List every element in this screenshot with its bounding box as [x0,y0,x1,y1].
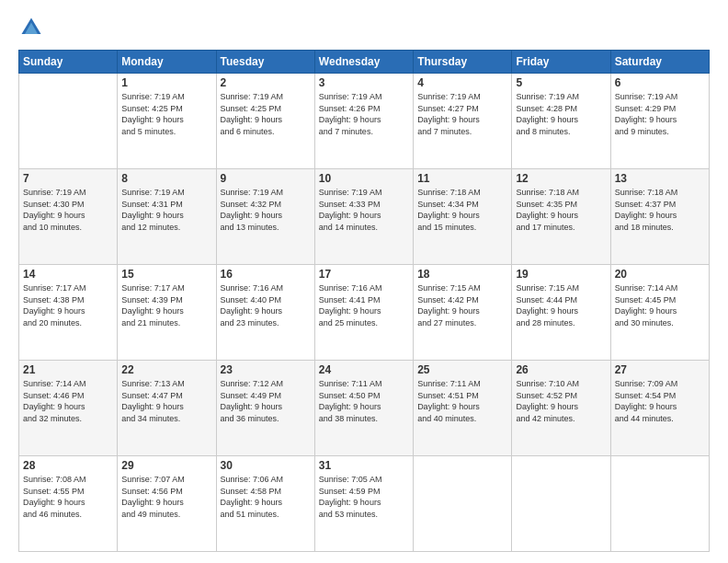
day-number: 28 [23,459,113,472]
week-row-5: 28Sunrise: 7:08 AM Sunset: 4:55 PM Dayli… [19,456,710,552]
col-saturday: Saturday [610,51,709,74]
calendar-cell: 23Sunrise: 7:12 AM Sunset: 4:49 PM Dayli… [216,361,314,456]
week-row-1: 1Sunrise: 7:19 AM Sunset: 4:25 PM Daylig… [19,74,710,169]
calendar-cell: 21Sunrise: 7:14 AM Sunset: 4:46 PM Dayli… [19,361,118,456]
header-row: Sunday Monday Tuesday Wednesday Thursday… [19,51,710,74]
day-number: 4 [417,76,507,89]
day-info: Sunrise: 7:19 AM Sunset: 4:31 PM Dayligh… [121,187,211,233]
day-number: 9 [221,172,311,185]
calendar-cell: 31Sunrise: 7:05 AM Sunset: 4:59 PM Dayli… [314,456,413,552]
day-number: 5 [516,76,606,89]
day-info: Sunrise: 7:08 AM Sunset: 4:55 PM Dayligh… [23,474,113,520]
page: Sunday Monday Tuesday Wednesday Thursday… [0,0,728,563]
day-number: 15 [121,268,211,281]
day-info: Sunrise: 7:16 AM Sunset: 4:41 PM Dayligh… [319,282,409,328]
day-info: Sunrise: 7:15 AM Sunset: 4:44 PM Dayligh… [516,282,606,328]
col-tuesday: Tuesday [216,51,314,74]
calendar-cell: 3Sunrise: 7:19 AM Sunset: 4:26 PM Daylig… [314,74,413,169]
day-number: 8 [121,172,211,185]
calendar-cell: 11Sunrise: 7:18 AM Sunset: 4:34 PM Dayli… [414,169,512,265]
day-info: Sunrise: 7:17 AM Sunset: 4:38 PM Dayligh… [23,282,113,328]
calendar-cell: 5Sunrise: 7:19 AM Sunset: 4:28 PM Daylig… [512,74,610,169]
calendar-cell: 6Sunrise: 7:19 AM Sunset: 4:29 PM Daylig… [610,74,709,169]
col-monday: Monday [118,51,216,74]
calendar-cell: 13Sunrise: 7:18 AM Sunset: 4:37 PM Dayli… [610,169,709,265]
logo-icon [18,15,44,40]
day-info: Sunrise: 7:19 AM Sunset: 4:30 PM Dayligh… [23,187,113,233]
day-info: Sunrise: 7:16 AM Sunset: 4:40 PM Dayligh… [221,282,311,328]
calendar-cell: 18Sunrise: 7:15 AM Sunset: 4:42 PM Dayli… [414,265,512,361]
day-number: 1 [121,76,211,89]
day-info: Sunrise: 7:19 AM Sunset: 4:28 PM Dayligh… [516,91,606,137]
calendar-cell: 7Sunrise: 7:19 AM Sunset: 4:30 PM Daylig… [19,169,118,265]
day-info: Sunrise: 7:19 AM Sunset: 4:25 PM Dayligh… [121,91,211,137]
day-info: Sunrise: 7:14 AM Sunset: 4:46 PM Dayligh… [23,378,113,424]
day-number: 23 [221,363,311,376]
day-number: 13 [615,172,705,185]
week-row-4: 21Sunrise: 7:14 AM Sunset: 4:46 PM Dayli… [19,361,710,456]
day-info: Sunrise: 7:18 AM Sunset: 4:34 PM Dayligh… [417,187,507,233]
week-row-2: 7Sunrise: 7:19 AM Sunset: 4:30 PM Daylig… [19,169,710,265]
day-number: 12 [516,172,606,185]
calendar-cell [414,456,512,552]
day-info: Sunrise: 7:09 AM Sunset: 4:54 PM Dayligh… [615,378,705,424]
calendar-cell: 12Sunrise: 7:18 AM Sunset: 4:35 PM Dayli… [512,169,610,265]
col-sunday: Sunday [19,51,118,74]
calendar-cell: 20Sunrise: 7:14 AM Sunset: 4:45 PM Dayli… [610,265,709,361]
day-number: 22 [121,363,211,376]
calendar-cell: 24Sunrise: 7:11 AM Sunset: 4:50 PM Dayli… [314,361,413,456]
col-wednesday: Wednesday [314,51,413,74]
day-info: Sunrise: 7:11 AM Sunset: 4:51 PM Dayligh… [417,378,507,424]
day-info: Sunrise: 7:19 AM Sunset: 4:27 PM Dayligh… [417,91,507,137]
calendar-cell: 4Sunrise: 7:19 AM Sunset: 4:27 PM Daylig… [414,74,512,169]
calendar-cell [512,456,610,552]
day-info: Sunrise: 7:06 AM Sunset: 4:58 PM Dayligh… [221,474,311,520]
calendar-cell: 29Sunrise: 7:07 AM Sunset: 4:56 PM Dayli… [118,456,216,552]
day-number: 18 [417,268,507,281]
day-info: Sunrise: 7:18 AM Sunset: 4:35 PM Dayligh… [516,187,606,233]
day-number: 7 [23,172,113,185]
day-number: 16 [221,268,311,281]
calendar-cell: 22Sunrise: 7:13 AM Sunset: 4:47 PM Dayli… [118,361,216,456]
day-info: Sunrise: 7:19 AM Sunset: 4:32 PM Dayligh… [221,187,311,233]
col-friday: Friday [512,51,610,74]
day-number: 29 [121,459,211,472]
day-number: 30 [221,459,311,472]
logo [18,15,48,40]
day-number: 14 [23,268,113,281]
day-number: 11 [417,172,507,185]
day-info: Sunrise: 7:17 AM Sunset: 4:39 PM Dayligh… [121,282,211,328]
calendar-cell: 15Sunrise: 7:17 AM Sunset: 4:39 PM Dayli… [118,265,216,361]
day-info: Sunrise: 7:07 AM Sunset: 4:56 PM Dayligh… [121,474,211,520]
day-info: Sunrise: 7:05 AM Sunset: 4:59 PM Dayligh… [319,474,409,520]
calendar-cell: 2Sunrise: 7:19 AM Sunset: 4:25 PM Daylig… [216,74,314,169]
day-info: Sunrise: 7:12 AM Sunset: 4:49 PM Dayligh… [221,378,311,424]
day-number: 2 [221,76,311,89]
day-number: 6 [615,76,705,89]
day-number: 19 [516,268,606,281]
header [18,15,710,40]
day-number: 27 [615,363,705,376]
day-info: Sunrise: 7:13 AM Sunset: 4:47 PM Dayligh… [121,378,211,424]
week-row-3: 14Sunrise: 7:17 AM Sunset: 4:38 PM Dayli… [19,265,710,361]
calendar-cell: 27Sunrise: 7:09 AM Sunset: 4:54 PM Dayli… [610,361,709,456]
calendar-cell [610,456,709,552]
day-info: Sunrise: 7:19 AM Sunset: 4:29 PM Dayligh… [615,91,705,137]
calendar-cell: 1Sunrise: 7:19 AM Sunset: 4:25 PM Daylig… [118,74,216,169]
day-number: 17 [319,268,409,281]
calendar-cell: 30Sunrise: 7:06 AM Sunset: 4:58 PM Dayli… [216,456,314,552]
day-info: Sunrise: 7:19 AM Sunset: 4:25 PM Dayligh… [221,91,311,137]
day-info: Sunrise: 7:19 AM Sunset: 4:26 PM Dayligh… [319,91,409,137]
day-info: Sunrise: 7:18 AM Sunset: 4:37 PM Dayligh… [615,187,705,233]
calendar-cell: 10Sunrise: 7:19 AM Sunset: 4:33 PM Dayli… [314,169,413,265]
day-number: 10 [319,172,409,185]
calendar-cell: 17Sunrise: 7:16 AM Sunset: 4:41 PM Dayli… [314,265,413,361]
day-info: Sunrise: 7:11 AM Sunset: 4:50 PM Dayligh… [319,378,409,424]
day-number: 20 [615,268,705,281]
day-number: 24 [319,363,409,376]
day-number: 31 [319,459,409,472]
calendar-cell: 8Sunrise: 7:19 AM Sunset: 4:31 PM Daylig… [118,169,216,265]
calendar-cell: 14Sunrise: 7:17 AM Sunset: 4:38 PM Dayli… [19,265,118,361]
calendar-cell: 28Sunrise: 7:08 AM Sunset: 4:55 PM Dayli… [19,456,118,552]
day-number: 25 [417,363,507,376]
